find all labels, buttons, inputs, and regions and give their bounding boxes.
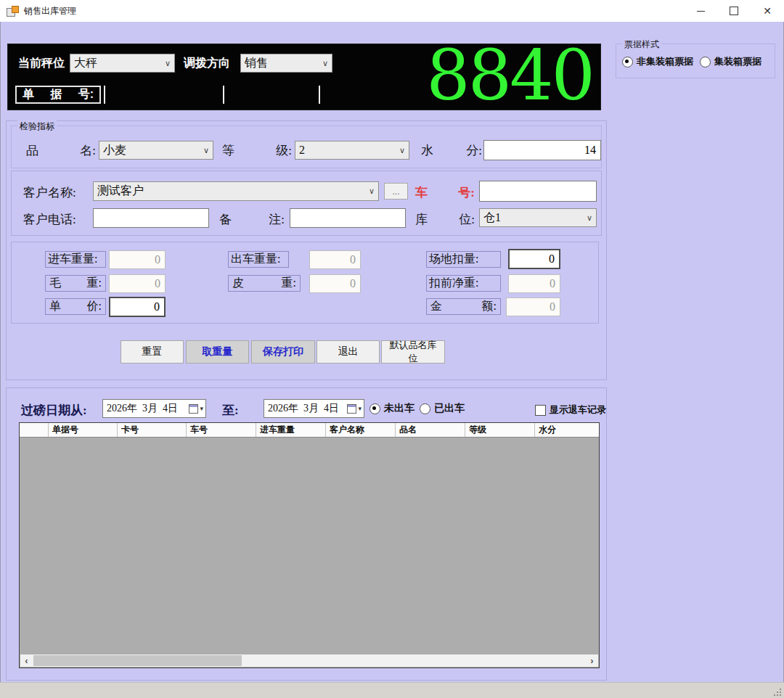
customer-name-value: 测试客户 (97, 184, 144, 199)
vehicle-number-label: 车号: (415, 184, 475, 201)
scroll-right-icon[interactable]: › (586, 654, 598, 667)
dropdown-arrow-icon: ▾ (358, 405, 362, 412)
row-selector-header (20, 423, 49, 437)
customer-phone-label: 客户电话: (23, 211, 76, 228)
save-print-button[interactable]: 保存打印 (251, 340, 315, 364)
show-returns-checkbox[interactable]: 显示退车记录 (535, 403, 606, 416)
transfer-direction-label: 调拨方向 (184, 56, 230, 71)
pre-net-weight-label: 扣前净重: (426, 275, 501, 292)
moisture-field[interactable]: 14 (483, 140, 601, 160)
radio-non-container-ticket[interactable]: 非集装箱票据 (622, 55, 693, 68)
chevron-down-icon: ∨ (587, 214, 592, 222)
warehouse-label: 库位: (415, 211, 475, 228)
doc-label-part: 号: (78, 87, 94, 102)
radio-departed[interactable]: 已出车 (420, 402, 465, 415)
radio-container-ticket[interactable]: 集装箱票据 (700, 55, 761, 68)
column-header[interactable]: 单据号 (49, 423, 118, 437)
dropdown-arrow-icon: ▾ (200, 405, 203, 412)
chevron-down-icon: ∨ (322, 59, 328, 67)
transfer-direction-value: 销售 (245, 56, 268, 71)
customer-panel: 客户名称: 测试客户 ∨ ... 车号: 客户电话: 备注: 库位: 仓1 ∨ (11, 171, 602, 236)
radio-label: 未出车 (384, 402, 415, 415)
unit-price-field[interactable]: 0 (109, 297, 166, 317)
take-weight-button[interactable]: 取重量 (186, 340, 249, 364)
grade-label: 等级: (222, 142, 292, 159)
site-deduction-field[interactable]: 0 (508, 249, 560, 269)
doc-number-label: 单 据 号: (15, 86, 101, 104)
records-panel: 过磅日期从: 2026年 3月 4日 ▾ 至: 2026年 3月 4日 ▾ 未出… (6, 387, 607, 681)
date-from-picker[interactable]: 2026年 3月 4日 ▾ (102, 399, 206, 418)
radio-selected-icon (622, 57, 633, 67)
unit-price-label: 单价: (45, 298, 106, 315)
in-weight-field: 0 (109, 250, 166, 269)
radio-not-departed[interactable]: 未出车 (369, 402, 415, 415)
close-button[interactable]: ✕ (751, 0, 784, 22)
maximize-button[interactable] (717, 0, 751, 22)
column-header[interactable]: 水分 (535, 423, 599, 437)
records-grid[interactable]: 单据号 卡号 车号 进车重量 客户名称 品名 等级 水分 ‹ › (19, 422, 600, 668)
calendar-icon (347, 404, 356, 414)
remark-label: 备注: (219, 211, 285, 228)
scale-position-label: 当前秤位 (18, 56, 65, 71)
warehouse-select[interactable]: 仓1 ∨ (479, 208, 597, 227)
checkbox-label: 显示退车记录 (550, 403, 606, 416)
out-weight-label: 出车重量: (228, 251, 289, 268)
inspection-title: 检验指标 (17, 120, 57, 133)
tare-weight-label: 皮重: (228, 275, 301, 292)
gross-weight-label: 毛重: (45, 275, 106, 292)
vehicle-number-field[interactable] (479, 181, 597, 202)
checkbox-icon (535, 405, 546, 416)
transfer-direction-select[interactable]: 销售 ∨ (240, 54, 332, 73)
maximize-icon (730, 7, 738, 15)
date-to-picker[interactable]: 2026年 3月 4日 ▾ (264, 399, 364, 418)
gross-weight-field: 0 (109, 274, 166, 293)
ticket-style-title: 票据样式 (622, 38, 661, 51)
status-bar (0, 682, 784, 698)
product-name-select[interactable]: 小麦 ∨ (99, 141, 213, 160)
scale-position-value: 大秤 (74, 56, 97, 71)
reset-button[interactable]: 重置 (121, 340, 184, 364)
to-label: 至: (222, 402, 239, 419)
column-header[interactable]: 车号 (187, 423, 256, 437)
site-deduction-label: 场地扣量: (426, 251, 501, 268)
customer-name-select[interactable]: 测试客户 ∨ (93, 181, 379, 201)
column-header[interactable]: 等级 (465, 423, 535, 437)
tare-weight-field: 0 (309, 274, 361, 293)
close-icon: ✕ (763, 5, 772, 17)
calendar-icon (189, 404, 198, 414)
warehouse-value: 仓1 (483, 210, 501, 226)
window-title: 销售出库管理 (24, 5, 76, 17)
scroll-left-icon[interactable]: ‹ (20, 654, 33, 667)
customer-phone-field[interactable] (93, 208, 209, 228)
inspection-group: 检验指标 品名: 小麦 ∨ 等级: 2 ∨ 水分: 14 (11, 126, 602, 168)
doc-separator-bar (319, 86, 320, 104)
doc-separator-bar (104, 86, 105, 104)
column-header[interactable]: 品名 (396, 423, 465, 437)
grade-value: 2 (299, 144, 305, 157)
grid-header-row: 单据号 卡号 车号 进车重量 客户名称 品名 等级 水分 (20, 423, 599, 438)
column-header[interactable]: 进车重量 (256, 423, 326, 437)
scrollbar-thumb[interactable] (33, 655, 242, 666)
moisture-label: 水分: (421, 142, 482, 159)
horizontal-scrollbar[interactable]: ‹ › (20, 654, 598, 667)
minimize-button[interactable] (684, 0, 717, 22)
resize-grip-icon[interactable] (774, 689, 781, 696)
radio-label: 已出车 (434, 402, 465, 415)
radio-icon (420, 403, 430, 414)
window-controls: ✕ (684, 0, 784, 22)
product-name-label: 品名: (26, 142, 96, 159)
exit-button[interactable]: 退出 (317, 340, 380, 364)
column-header[interactable]: 卡号 (118, 423, 187, 437)
doc-label-part: 单 (23, 87, 34, 102)
default-product-warehouse-button[interactable]: 默认品名库位 (381, 340, 445, 364)
radio-icon (700, 57, 711, 67)
grade-select[interactable]: 2 ∨ (295, 141, 409, 160)
column-header[interactable]: 客户名称 (326, 423, 396, 437)
scale-position-select[interactable]: 大秤 ∨ (70, 54, 175, 73)
remark-field[interactable] (290, 208, 406, 228)
chevron-down-icon: ∨ (165, 59, 171, 67)
customer-browse-button[interactable]: ... (384, 183, 408, 200)
radio-label: 集装箱票据 (714, 55, 761, 68)
weigh-date-from-label: 过磅日期从: (21, 402, 87, 419)
pre-net-weight-field: 0 (508, 274, 560, 293)
